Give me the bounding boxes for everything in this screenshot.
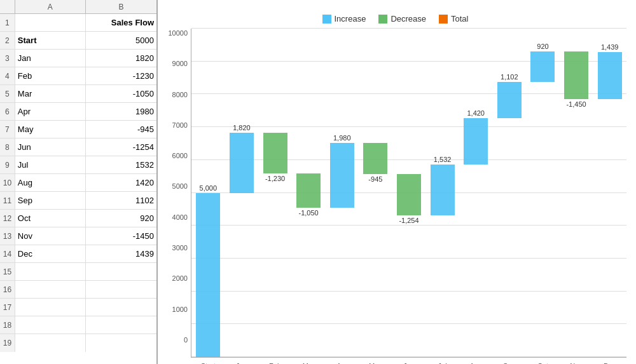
cell-col-b[interactable] xyxy=(86,316,156,334)
bar-value-label: -1,050 xyxy=(293,209,324,217)
legend-decrease-label: Decrease xyxy=(391,14,426,24)
row-number: 16 xyxy=(0,281,15,298)
cell-col-a[interactable]: May xyxy=(15,121,86,138)
bar-value-label: 1,102 xyxy=(494,73,525,81)
cell-col-a[interactable] xyxy=(15,316,86,334)
increase-swatch xyxy=(322,15,331,24)
cell-col-b[interactable] xyxy=(86,281,156,298)
cell-col-a[interactable]: Apr xyxy=(15,103,86,120)
bar-value-label: 1,439 xyxy=(594,43,626,51)
cell-col-b[interactable]: Sales Flow xyxy=(86,14,156,31)
cell-col-b[interactable]: -945 xyxy=(86,121,156,138)
legend-increase: Increase xyxy=(322,14,366,24)
cell-col-a[interactable]: Oct xyxy=(15,210,86,227)
cell-col-b[interactable]: 1820 xyxy=(86,50,156,67)
y-axis-label: 10000 xyxy=(168,30,188,37)
cell-col-a[interactable]: Feb xyxy=(15,67,86,84)
cell-col-a[interactable] xyxy=(15,299,86,316)
row-number: 9 xyxy=(0,156,15,173)
cell-col-a[interactable] xyxy=(15,281,86,298)
cell-col-a[interactable]: Aug xyxy=(15,174,86,191)
row-number: 5 xyxy=(0,85,15,102)
cell-col-b[interactable]: 1420 xyxy=(86,174,156,191)
grid-line xyxy=(191,225,626,226)
cell-col-b[interactable]: 1532 xyxy=(86,156,156,173)
cell-col-a[interactable]: Dec xyxy=(15,245,86,262)
grid-line xyxy=(191,323,626,324)
table-row: 14Dec1439 xyxy=(0,245,156,263)
y-axis-label: 2000 xyxy=(172,275,188,282)
row-number: 11 xyxy=(0,192,15,209)
legend-decrease: Decrease xyxy=(378,14,426,24)
cell-col-a[interactable] xyxy=(15,263,86,280)
row-number: 6 xyxy=(0,103,15,120)
bar xyxy=(330,143,354,208)
y-axis-label: 9000 xyxy=(172,60,188,67)
grid-rows: 1Sales Flow2Start50003Jan18204Feb-12305M… xyxy=(0,14,156,352)
cell-col-a[interactable]: Mar xyxy=(15,85,86,102)
bar-value-label: -1,230 xyxy=(259,175,291,182)
table-row: 9Jul1532 xyxy=(0,156,156,174)
cell-col-b[interactable] xyxy=(86,263,156,280)
table-row: 2Start5000 xyxy=(0,32,156,50)
bar-value-label: -1,450 xyxy=(560,100,592,108)
cell-col-b[interactable]: 920 xyxy=(86,210,156,227)
cell-col-b[interactable]: -1450 xyxy=(86,227,156,245)
cell-col-b[interactable]: -1230 xyxy=(86,67,156,84)
row-number: 10 xyxy=(0,174,15,191)
bar-value-label: 1,532 xyxy=(427,156,459,163)
row-number: 17 xyxy=(0,299,15,316)
grid-line xyxy=(191,159,626,160)
grid-line xyxy=(191,258,626,259)
cell-col-a[interactable]: Jun xyxy=(15,138,86,156)
cell-col-b[interactable]: 1439 xyxy=(86,245,156,262)
table-row: 17 xyxy=(0,299,156,316)
cell-col-b[interactable]: 1980 xyxy=(86,103,156,120)
cell-col-a[interactable]: Sep xyxy=(15,192,86,209)
table-row: 10Aug1420 xyxy=(0,174,156,192)
cell-col-b[interactable] xyxy=(86,334,156,352)
table-row: 12Oct920 xyxy=(0,210,156,227)
cell-col-a[interactable]: Nov xyxy=(15,227,86,245)
row-num-header xyxy=(0,0,15,13)
bar xyxy=(196,193,220,358)
cell-col-b[interactable]: 5000 xyxy=(86,32,156,49)
y-axis-label: 4000 xyxy=(172,214,188,221)
grid-line xyxy=(191,93,626,94)
bar xyxy=(464,118,488,165)
col-b-header: B xyxy=(86,0,156,13)
y-axis-label: 6000 xyxy=(172,152,188,159)
cell-col-b[interactable] xyxy=(86,299,156,316)
bar xyxy=(530,51,555,82)
bar xyxy=(263,133,287,173)
cell-col-a[interactable]: Start xyxy=(15,32,86,49)
cell-col-a[interactable] xyxy=(15,334,86,352)
row-number: 19 xyxy=(0,334,15,352)
bar xyxy=(397,174,421,215)
table-row: 1Sales Flow xyxy=(0,14,156,32)
y-axis-label: 5000 xyxy=(172,183,188,190)
cell-col-b[interactable]: -1050 xyxy=(86,85,156,102)
grid-line xyxy=(191,61,626,62)
cell-col-b[interactable]: -1254 xyxy=(86,138,156,156)
bar xyxy=(363,143,387,174)
table-row: 3Jan1820 xyxy=(0,50,156,67)
y-axis-label: 7000 xyxy=(172,122,188,129)
row-number: 3 xyxy=(0,50,15,67)
row-number: 1 xyxy=(0,14,15,31)
cell-col-a[interactable] xyxy=(15,14,86,31)
y-axis-label: 3000 xyxy=(172,245,188,252)
col-header-row: A B xyxy=(0,0,156,14)
bar xyxy=(598,52,622,99)
bar-value-label: 1,420 xyxy=(460,109,492,117)
legend-total: Total xyxy=(439,14,468,24)
cell-col-b[interactable]: 1102 xyxy=(86,192,156,209)
row-number: 15 xyxy=(0,263,15,280)
cell-col-a[interactable]: Jul xyxy=(15,156,86,173)
total-swatch xyxy=(439,15,448,24)
bar-value-label: 5,000 xyxy=(192,184,224,192)
table-row: 11Sep1102 xyxy=(0,192,156,210)
cell-col-a[interactable]: Jan xyxy=(15,50,86,67)
grid-line xyxy=(191,291,626,292)
grid-line xyxy=(191,356,626,357)
